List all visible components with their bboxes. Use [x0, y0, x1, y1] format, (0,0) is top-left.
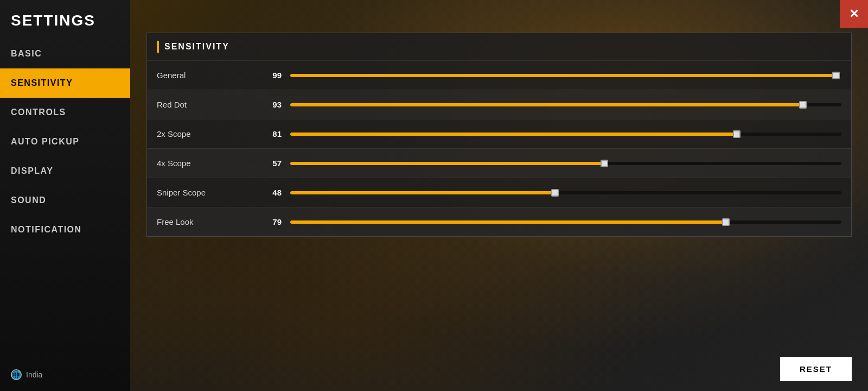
slider-fill-free-look	[290, 220, 726, 224]
main-content: ✕ SENSITIVITY General 99 Red Dot 93	[130, 0, 868, 391]
sidebar-item-sound[interactable]: SOUND	[0, 186, 130, 215]
slider-thumb-red-dot[interactable]	[799, 101, 807, 109]
sidebar-item-auto-pickup[interactable]: AUTO PICKUP	[0, 127, 130, 156]
slider-track-4x-scope[interactable]	[290, 162, 841, 165]
sliders-container: General 99 Red Dot 93 2x Scope 81	[147, 60, 851, 236]
reset-button[interactable]: RESET	[780, 357, 852, 381]
section-title: SENSITIVITY	[164, 42, 229, 52]
slider-thumb-general[interactable]	[832, 72, 840, 79]
slider-label-4x-scope: 4x Scope	[157, 159, 254, 168]
slider-row-general: General 99	[147, 60, 851, 90]
slider-row-sniper-scope: Sniper Scope 48	[147, 178, 851, 207]
globe-icon: 🌐	[11, 369, 22, 380]
close-icon: ✕	[849, 8, 859, 20]
slider-label-free-look: Free Look	[157, 217, 254, 226]
slider-row-free-look: Free Look 79	[147, 207, 851, 236]
slider-value-4x-scope: 57	[254, 159, 282, 168]
sidebar-item-notification[interactable]: NOTIFICATION	[0, 215, 130, 244]
slider-label-sniper-scope: Sniper Scope	[157, 188, 254, 197]
slider-track-free-look[interactable]	[290, 220, 841, 224]
slider-thumb-free-look[interactable]	[722, 218, 730, 226]
slider-fill-sniper-scope	[290, 191, 555, 194]
slider-value-general: 99	[254, 71, 282, 80]
sidebar-item-display[interactable]: DISPLAY	[0, 156, 130, 186]
slider-thumb-4x-scope[interactable]	[601, 160, 608, 167]
slider-track-2x-scope[interactable]	[290, 133, 841, 136]
sidebar: SETTINGS BASIC SENSITIVITY CONTROLS AUTO…	[0, 0, 130, 391]
slider-label-general: General	[157, 71, 254, 80]
sidebar-item-controls[interactable]: CONTROLS	[0, 98, 130, 127]
slider-thumb-sniper-scope[interactable]	[551, 189, 559, 197]
slider-row-4x-scope: 4x Scope 57	[147, 148, 851, 178]
slider-thumb-2x-scope[interactable]	[733, 130, 741, 138]
slider-value-sniper-scope: 48	[254, 188, 282, 197]
sidebar-item-basic[interactable]: BASIC	[0, 39, 130, 68]
slider-row-red-dot: Red Dot 93	[147, 90, 851, 119]
slider-label-red-dot: Red Dot	[157, 100, 254, 109]
section-header: SENSITIVITY	[147, 33, 851, 60]
slider-fill-4x-scope	[290, 162, 604, 165]
slider-value-red-dot: 93	[254, 100, 282, 109]
slider-fill-red-dot	[290, 103, 803, 106]
slider-label-2x-scope: 2x Scope	[157, 129, 254, 138]
sidebar-footer: 🌐 India	[0, 358, 130, 391]
slider-row-2x-scope: 2x Scope 81	[147, 119, 851, 148]
region-label: India	[26, 370, 42, 379]
slider-value-2x-scope: 81	[254, 129, 282, 138]
slider-fill-general	[290, 74, 836, 77]
section-indicator	[157, 41, 159, 53]
slider-track-general[interactable]	[290, 74, 841, 77]
close-button[interactable]: ✕	[840, 0, 868, 28]
slider-track-red-dot[interactable]	[290, 103, 841, 106]
sidebar-title: SETTINGS	[0, 0, 130, 39]
slider-track-sniper-scope[interactable]	[290, 191, 841, 194]
slider-fill-2x-scope	[290, 133, 737, 136]
sidebar-item-sensitivity[interactable]: SENSITIVITY	[0, 68, 130, 98]
settings-panel: SENSITIVITY General 99 Red Dot 93 2x Sco…	[146, 33, 852, 237]
slider-value-free-look: 79	[254, 217, 282, 226]
